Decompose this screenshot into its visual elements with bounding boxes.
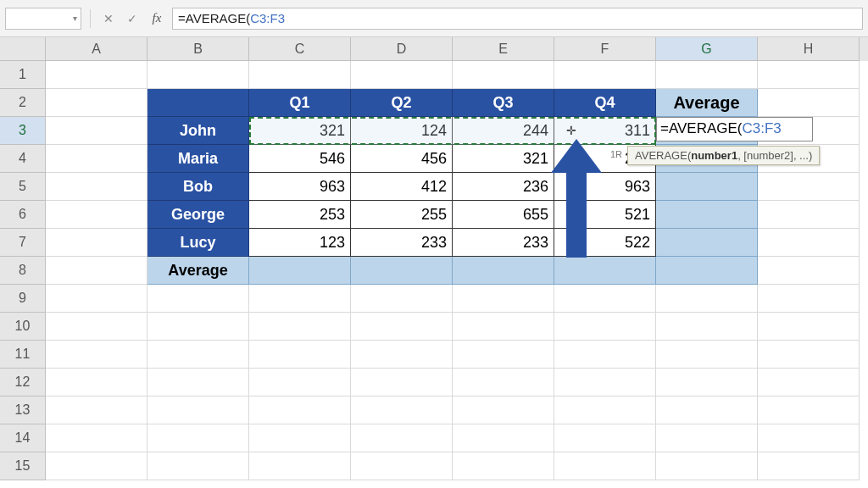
row-header-4[interactable]: 4	[0, 145, 46, 173]
cell-C4[interactable]: 546	[249, 145, 351, 173]
cell-G9[interactable]	[656, 285, 758, 313]
cell-H1[interactable]	[758, 61, 860, 89]
cell-H11[interactable]	[758, 341, 860, 369]
cell-B1[interactable]	[147, 61, 249, 89]
cell-B9[interactable]	[147, 285, 249, 313]
cell-A10[interactable]	[46, 313, 147, 341]
cell-G5[interactable]	[656, 173, 758, 201]
cell-E12[interactable]	[453, 369, 554, 396]
chevron-down-icon[interactable]: ▾	[73, 14, 77, 23]
cell-F11[interactable]	[554, 341, 656, 369]
cell-A14[interactable]	[46, 424, 147, 452]
cell-F3[interactable]: 311	[554, 117, 656, 145]
cell-H15[interactable]	[758, 452, 860, 480]
cell-H12[interactable]	[758, 369, 860, 396]
col-header-B[interactable]: B	[147, 37, 249, 61]
cell-E11[interactable]	[453, 341, 554, 369]
col-header-D[interactable]: D	[351, 37, 453, 61]
spreadsheet-area[interactable]: A B C D E F G H 1 2 3 4 5 6 7 8 9 10 11 …	[0, 37, 868, 488]
cancel-formula-icon[interactable]: ✕	[99, 9, 118, 28]
cell-B7[interactable]: Lucy	[147, 229, 249, 257]
cell-F8[interactable]	[554, 257, 656, 285]
cell-D1[interactable]	[351, 61, 453, 89]
col-header-F[interactable]: F	[554, 37, 656, 61]
cell-B12[interactable]	[147, 369, 249, 396]
cell-F9[interactable]	[554, 285, 656, 313]
cell-C3[interactable]: 321	[249, 117, 351, 145]
row-header-15[interactable]: 15	[0, 452, 46, 480]
cell-D13[interactable]	[351, 396, 453, 424]
cell-E7[interactable]: 233	[453, 229, 554, 257]
cell-A4[interactable]	[46, 145, 147, 173]
cell-B14[interactable]	[147, 424, 249, 452]
cell-A7[interactable]	[46, 229, 147, 257]
cell-F12[interactable]	[554, 369, 656, 396]
cell-C11[interactable]	[249, 341, 351, 369]
cell-A3[interactable]	[46, 117, 147, 145]
name-box[interactable]: ▾	[5, 8, 81, 30]
cell-C6[interactable]: 253	[249, 201, 351, 229]
cell-B2[interactable]	[147, 89, 249, 117]
cell-H7[interactable]	[758, 229, 860, 257]
cell-B3[interactable]: John	[147, 117, 249, 145]
cell-A6[interactable]	[46, 201, 147, 229]
row-header-6[interactable]: 6	[0, 201, 46, 229]
cell-F10[interactable]	[554, 313, 656, 341]
cell-D6[interactable]: 255	[351, 201, 453, 229]
cell-E3[interactable]: 244	[453, 117, 554, 145]
cell-G8[interactable]	[656, 257, 758, 285]
col-header-C[interactable]: C	[249, 37, 351, 61]
cell-F1[interactable]	[554, 61, 656, 89]
cell-E8[interactable]	[453, 257, 554, 285]
cell-C9[interactable]	[249, 285, 351, 313]
cell-B5[interactable]: Bob	[147, 173, 249, 201]
cell-F15[interactable]	[554, 452, 656, 480]
cell-H8[interactable]	[758, 257, 860, 285]
row-header-1[interactable]: 1	[0, 61, 46, 89]
cell-D15[interactable]	[351, 452, 453, 480]
cell-E13[interactable]	[453, 396, 554, 424]
cell-G15[interactable]	[656, 452, 758, 480]
cell-D9[interactable]	[351, 285, 453, 313]
cell-H5[interactable]	[758, 173, 860, 201]
cell-D7[interactable]: 233	[351, 229, 453, 257]
cell-G13[interactable]	[656, 396, 758, 424]
cell-H2[interactable]	[758, 89, 860, 117]
cell-A13[interactable]	[46, 396, 147, 424]
cell-F7[interactable]: 522	[554, 229, 656, 257]
cell-E9[interactable]	[453, 285, 554, 313]
cell-B8[interactable]: Average	[147, 257, 249, 285]
cell-A2[interactable]	[46, 89, 147, 117]
cell-H6[interactable]	[758, 201, 860, 229]
cell-C10[interactable]	[249, 313, 351, 341]
cell-D4[interactable]: 456	[351, 145, 453, 173]
cell-E14[interactable]	[453, 424, 554, 452]
select-all-corner[interactable]	[0, 37, 46, 61]
cell-D5[interactable]: 412	[351, 173, 453, 201]
cell-D10[interactable]	[351, 313, 453, 341]
cell-A1[interactable]	[46, 61, 147, 89]
cell-G6[interactable]	[656, 201, 758, 229]
cell-G11[interactable]	[656, 341, 758, 369]
cell-G10[interactable]	[656, 313, 758, 341]
cell-B10[interactable]	[147, 313, 249, 341]
fx-label[interactable]: fx	[147, 11, 167, 25]
cell-B13[interactable]	[147, 396, 249, 424]
cell-E6[interactable]: 655	[453, 201, 554, 229]
row-header-2[interactable]: 2	[0, 89, 46, 117]
cell-editor[interactable]: =AVERAGE(C3:F3	[656, 117, 813, 141]
cell-H13[interactable]	[758, 396, 860, 424]
row-header-10[interactable]: 10	[0, 313, 46, 341]
cell-F13[interactable]	[554, 396, 656, 424]
cell-D3[interactable]: 124	[351, 117, 453, 145]
cell-D2[interactable]: Q2	[351, 89, 453, 117]
row-header-5[interactable]: 5	[0, 173, 46, 201]
row-header-13[interactable]: 13	[0, 396, 46, 424]
cell-H9[interactable]	[758, 285, 860, 313]
cell-C13[interactable]	[249, 396, 351, 424]
cell-C12[interactable]	[249, 369, 351, 396]
row-header-14[interactable]: 14	[0, 424, 46, 452]
formula-input[interactable]: =AVERAGE(C3:F3	[172, 8, 863, 30]
cell-B4[interactable]: Maria	[147, 145, 249, 173]
cell-F2[interactable]: Q4	[554, 89, 656, 117]
